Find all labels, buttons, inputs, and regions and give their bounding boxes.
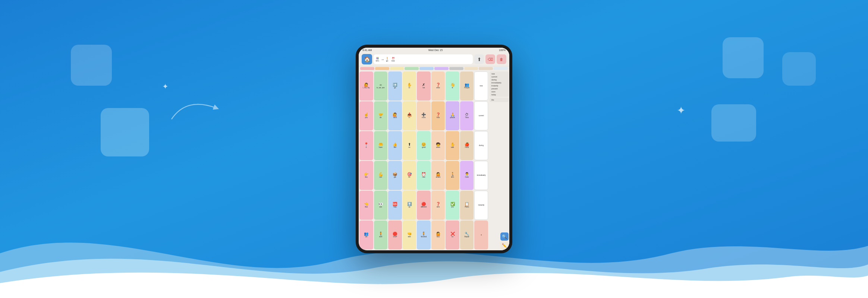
cell-now-2[interactable]: ⏰ now (417, 161, 431, 190)
cell-in[interactable]: 📥 in (403, 101, 416, 130)
cell-now-1[interactable]: now (474, 72, 488, 101)
cell-who[interactable]: ❓ who (431, 191, 445, 220)
search-button[interactable]: 🔍 (500, 232, 509, 241)
side-item-now[interactable]: now (491, 72, 507, 75)
cell-label: with (408, 236, 411, 238)
status-date: Wed Dec 15 (428, 49, 443, 51)
cell-finished[interactable]: 🧍 finished (417, 221, 431, 250)
side-item-immediately[interactable]: immediately (491, 81, 507, 84)
cell-icon: 🧍 (421, 232, 426, 236)
cell-can[interactable]: 💪 can (374, 161, 388, 190)
cell-people[interactable]: 👥 People (460, 72, 474, 101)
cell-for[interactable]: 🎯 for (403, 161, 416, 190)
cell-stop[interactable]: 🛑 SToP (388, 221, 402, 250)
cell-current[interactable]: current (474, 101, 488, 130)
cell-is-am-are[interactable]: ＝ is, am, are (374, 72, 388, 101)
color-tab-7[interactable] (464, 67, 478, 70)
cell-see[interactable]: 👀 see (374, 191, 388, 220)
cell-icon: 💪 (378, 172, 383, 176)
cell-icon: ✋ (407, 83, 412, 87)
color-tab-2[interactable] (390, 67, 404, 70)
color-tab-0[interactable] (360, 67, 374, 70)
cell-a[interactable]: a (474, 221, 488, 250)
cell-we[interactable]: 👥 we (359, 221, 373, 250)
cell-hi[interactable]: 👋 hi (446, 72, 459, 101)
cell-label: on (408, 147, 410, 149)
cell-have[interactable]: 🤲 have (374, 131, 388, 160)
cell-label: how (437, 117, 440, 119)
cell-up[interactable]: ⬆️ up (403, 191, 416, 220)
cell-go[interactable]: ➡️ go (388, 72, 402, 101)
cell-label: Care (465, 177, 469, 178)
cell-different[interactable]: 🔴 different (417, 191, 431, 220)
side-item-instantly[interactable]: instantly (491, 84, 507, 87)
side-item-today[interactable]: today (491, 93, 507, 96)
color-tab-4[interactable] (419, 67, 434, 70)
cell-repair[interactable]: 🔧 Repair (460, 221, 474, 250)
home-button[interactable]: 🏠 (362, 54, 372, 64)
cell-good[interactable]: 😊 good (417, 131, 431, 160)
cell-when[interactable]: 🧒 when (431, 131, 445, 160)
cell-what[interactable]: ❓ what (431, 72, 445, 101)
trash-button[interactable]: 🗑 (497, 54, 506, 64)
side-item-the[interactable]: the (491, 98, 507, 101)
cell-immediately[interactable]: immediately (474, 161, 488, 190)
phrase-icon-0: 👫 (376, 57, 379, 60)
color-tab-6[interactable] (449, 67, 463, 70)
cell-icon: ⬆️ (407, 202, 412, 206)
cell-well[interactable]: 🧍 well (374, 221, 388, 250)
pencil-button[interactable]: ✏️ (500, 241, 509, 250)
cell-more[interactable]: ➕ more (417, 101, 431, 130)
cell-i-me-my[interactable]: 🙋 I, me, my (359, 72, 373, 101)
cell-want[interactable]: 🙋 want (388, 101, 402, 130)
side-item-current[interactable]: current (491, 75, 507, 78)
cell-it[interactable]: 📍 it (359, 131, 373, 160)
cell-icon: 🤜 (407, 232, 412, 236)
cell-instantly[interactable]: instantly (474, 191, 488, 220)
cell-lets[interactable]: 🚶 let's (446, 161, 459, 190)
cell-icon: 👨‍⚕️ (465, 172, 469, 176)
cell-on[interactable]: ⬆ on (403, 131, 416, 160)
cell-why[interactable]: 🤷 why (431, 221, 445, 250)
cell-with[interactable]: 🤜 with (403, 221, 416, 250)
cell-you[interactable]: ☝️ you (359, 101, 373, 130)
cell-please[interactable]: 🙏 please (446, 101, 459, 130)
cell-icon: 🧒 (436, 143, 440, 146)
cell-icon: 😊 (421, 143, 426, 146)
color-tab-3[interactable] (405, 67, 419, 70)
color-tab-9[interactable] (494, 67, 508, 70)
cell-not[interactable]: ✗ not (417, 72, 431, 101)
aac-grid: 🙋 I, me, my ＝ is, am, are ➡️ go ✋ to ✗ (359, 71, 489, 250)
cell-no[interactable]: ❌ no (446, 221, 459, 250)
cell-time[interactable]: ⏱ Time (460, 101, 474, 130)
cell-care[interactable]: 👨‍⚕️ Care (460, 161, 474, 190)
cell-to[interactable]: ✋ to (403, 72, 416, 101)
status-battery: 100% (499, 49, 506, 51)
cell-plans[interactable]: 📋 Plans (460, 191, 474, 220)
cell-icon: 👍 (393, 143, 397, 146)
cell-label: more (422, 117, 425, 119)
cell-where[interactable]: 🤷 where (431, 161, 445, 190)
cell-like[interactable]: 👍 like (388, 131, 402, 160)
side-item-during[interactable]: during (491, 78, 507, 81)
cell-label: no (452, 236, 453, 238)
cell-how[interactable]: ❓ how (431, 101, 445, 130)
share-button[interactable]: ⬆ (474, 54, 484, 64)
cell-do[interactable]: 🤝 do (374, 101, 388, 130)
cell-get[interactable]: 📦 get (388, 161, 402, 190)
cell-wait[interactable]: ✋ wait (446, 131, 459, 160)
cell-label: Repair (465, 236, 469, 238)
color-tab-5[interactable] (434, 67, 449, 70)
color-tab-1[interactable] (375, 67, 389, 70)
cell-food[interactable]: 🍎 Food (460, 131, 474, 160)
cell-help[interactable]: 🆘 help (388, 191, 402, 220)
cell-this[interactable]: 👉 this (359, 161, 373, 190)
cell-label: good (422, 147, 425, 149)
cell-during[interactable]: during (474, 131, 488, 160)
side-item-soon[interactable]: soon (491, 90, 507, 93)
color-tab-8[interactable] (479, 67, 493, 70)
delete-button[interactable]: ⌫ (485, 54, 495, 64)
cell-yes[interactable]: ✅ yes (446, 191, 459, 220)
side-item-present[interactable]: present (491, 87, 507, 90)
cell-that[interactable]: 👈 that (359, 191, 373, 220)
